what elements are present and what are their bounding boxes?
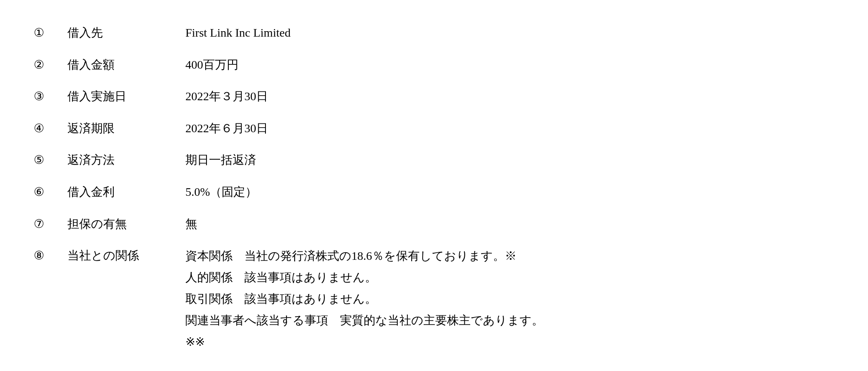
row-value: 2022年３月30日 xyxy=(185,80,834,112)
relation-line: 取引関係 該当事項はありません。 xyxy=(185,288,834,309)
table-row: ⑥借入金利5.0%（固定） xyxy=(34,176,834,208)
row-number: ① xyxy=(34,17,67,49)
relation-block: 資本関係 当社の発行済株式の18.6％を保有しております。※人的関係 該当事項は… xyxy=(185,246,834,352)
table-row: ⑤返済方法期日一括返済 xyxy=(34,144,834,176)
table-row: ⑦担保の有無無 xyxy=(34,208,834,240)
row-number: ② xyxy=(34,49,67,81)
table-row: ④返済期限2022年６月30日 xyxy=(34,112,834,144)
row-label: 担保の有無 xyxy=(67,208,185,240)
row-label: 当社との関係 xyxy=(67,240,185,359)
table-row: ⑧当社との関係資本関係 当社の発行済株式の18.6％を保有しております。※人的関… xyxy=(34,240,834,359)
row-label: 返済期限 xyxy=(67,112,185,144)
row-number: ⑧ xyxy=(34,240,67,359)
row-number: ⑤ xyxy=(34,144,67,176)
row-value: 期日一括返済 xyxy=(185,144,834,176)
main-table: ①借入先First Link Inc Limited②借入金額400百万円③借入… xyxy=(34,17,834,359)
relation-line: 関連当事者へ該当する事項 実質的な当社の主要株主であります。 xyxy=(185,310,834,331)
row-value: 2022年６月30日 xyxy=(185,112,834,144)
row-label: 借入先 xyxy=(67,17,185,49)
relation-line: 人的関係 該当事項はありません。 xyxy=(185,267,834,288)
row-value: First Link Inc Limited xyxy=(185,17,834,49)
table-row: ①借入先First Link Inc Limited xyxy=(34,17,834,49)
table-row: ②借入金額400百万円 xyxy=(34,49,834,81)
row-label: 借入実施日 xyxy=(67,80,185,112)
row-number: ⑥ xyxy=(34,176,67,208)
row-value: 資本関係 当社の発行済株式の18.6％を保有しております。※人的関係 該当事項は… xyxy=(185,240,834,359)
relation-line: 資本関係 当社の発行済株式の18.6％を保有しております。※ xyxy=(185,246,834,266)
row-value: 無 xyxy=(185,208,834,240)
row-number: ④ xyxy=(34,112,67,144)
row-label: 返済方法 xyxy=(67,144,185,176)
relation-line: ※※ xyxy=(185,331,834,352)
row-label: 借入金額 xyxy=(67,49,185,81)
row-value: 400百万円 xyxy=(185,49,834,81)
row-value: 5.0%（固定） xyxy=(185,176,834,208)
table-row: ③借入実施日2022年３月30日 xyxy=(34,80,834,112)
row-number: ⑦ xyxy=(34,208,67,240)
row-number: ③ xyxy=(34,80,67,112)
row-label: 借入金利 xyxy=(67,176,185,208)
